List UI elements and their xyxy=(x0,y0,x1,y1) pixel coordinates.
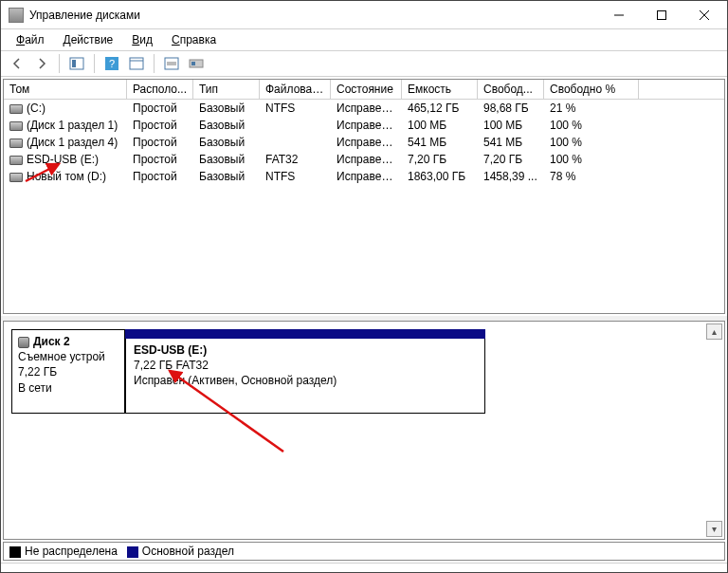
vol-name: ESD-USB (E:) xyxy=(27,153,99,166)
scroll-up[interactable]: ▴ xyxy=(706,323,722,340)
vol-name: (Диск 1 раздел 1) xyxy=(27,119,118,132)
vol-name: Новый том (D:) xyxy=(27,170,106,183)
menu-help[interactable]: Справка xyxy=(164,31,226,48)
col-type[interactable]: Тип xyxy=(193,80,260,99)
legend-unallocated: Не распределена xyxy=(9,545,118,558)
toolbar: ? xyxy=(1,50,727,77)
vol-fs xyxy=(260,124,331,126)
separator xyxy=(59,54,60,73)
toolbar-button[interactable] xyxy=(186,53,207,74)
swatch-black xyxy=(9,546,21,558)
col-volume[interactable]: Том xyxy=(4,80,127,99)
content-area: Том Располо... Тип Файловая с... Состоян… xyxy=(1,77,727,563)
disk-state: В сети xyxy=(18,381,52,395)
show-hide-tree-button[interactable] xyxy=(66,53,87,74)
col-fs[interactable]: Файловая с... xyxy=(260,80,331,99)
svg-rect-0 xyxy=(657,10,665,19)
separator xyxy=(94,54,95,73)
vol-fs: NTFS xyxy=(260,169,331,184)
col-free[interactable]: Свобод... xyxy=(478,80,544,99)
disk-size: 7,22 ГБ xyxy=(18,365,57,379)
toolbar-button[interactable] xyxy=(161,53,182,74)
table-row[interactable]: Новый том (D:)ПростойБазовыйNTFSИсправен… xyxy=(4,168,724,185)
disk-block: Диск 2 Съемное устрой 7,22 ГБ В сети ESD… xyxy=(11,329,717,414)
disk-graphic-pane[interactable]: ▴ ▾ Диск 2 Съемное устрой 7,22 ГБ В сети… xyxy=(3,321,725,540)
partition-info: 7,22 ГБ FAT32 xyxy=(134,359,209,372)
volume-list[interactable]: Том Располо... Тип Файловая с... Состоян… xyxy=(3,79,725,314)
toolbar-button[interactable] xyxy=(126,53,147,74)
vol-layout: Простой xyxy=(127,101,193,116)
forward-button[interactable] xyxy=(31,53,52,74)
list-header: Том Располо... Тип Файловая с... Состоян… xyxy=(4,80,724,100)
separator xyxy=(154,54,155,73)
scroll-down[interactable]: ▾ xyxy=(706,521,722,537)
menu-action[interactable]: Действие xyxy=(56,31,123,48)
volume-icon xyxy=(9,173,23,182)
disk-kind: Съемное устрой xyxy=(18,350,105,363)
back-button[interactable] xyxy=(7,53,27,74)
table-row[interactable]: (Диск 1 раздел 4)ПростойБазовыйИсправен.… xyxy=(4,134,724,151)
swatch-navy xyxy=(127,546,138,558)
vol-pct: 100 % xyxy=(544,152,639,167)
col-layout[interactable]: Располо... xyxy=(127,80,193,99)
vol-layout: Простой xyxy=(127,169,193,184)
disk-management-window: Управление дисками Файл Действие Вид Спр… xyxy=(0,0,728,573)
disk-icon xyxy=(18,337,29,348)
partition-name: ESD-USB (E:) xyxy=(134,343,207,357)
table-row[interactable]: ESD-USB (E:)ПростойБазовыйFAT32Исправен.… xyxy=(4,151,724,168)
partition-box[interactable]: ESD-USB (E:) 7,22 ГБ FAT32 Исправен (Акт… xyxy=(125,339,485,414)
table-row[interactable]: (Диск 1 раздел 1)ПростойБазовыйИсправен.… xyxy=(4,117,724,134)
vol-pct: 100 % xyxy=(544,135,639,150)
disk-info[interactable]: Диск 2 Съемное устрой 7,22 ГБ В сети xyxy=(11,329,125,414)
vol-cap: 100 МБ xyxy=(402,118,478,133)
vol-free: 100 МБ xyxy=(478,118,544,133)
volume-icon xyxy=(9,104,23,114)
volume-icon xyxy=(9,156,23,165)
minimize-button[interactable] xyxy=(597,2,640,28)
col-capacity[interactable]: Емкость xyxy=(402,80,478,99)
table-row[interactable]: (C:)ПростойБазовыйNTFSИсправен...465,12 … xyxy=(4,100,724,117)
menu-view[interactable]: Вид xyxy=(124,31,162,48)
vol-free: 98,68 ГБ xyxy=(478,101,544,116)
vol-pct: 100 % xyxy=(544,118,639,133)
volume-icon xyxy=(9,121,23,131)
vol-status: Исправен... xyxy=(331,169,402,184)
vol-free: 541 МБ xyxy=(478,135,544,150)
maximize-button[interactable] xyxy=(640,2,682,28)
help-button[interactable]: ? xyxy=(101,53,122,74)
vol-fs: NTFS xyxy=(260,101,331,116)
vol-name: (C:) xyxy=(27,102,46,115)
vol-fs xyxy=(260,141,331,143)
vol-cap: 7,20 ГБ xyxy=(402,152,478,167)
vol-cap: 541 МБ xyxy=(402,135,478,150)
partition-color-bar xyxy=(125,329,485,339)
disk-label: Диск 2 xyxy=(33,335,70,348)
vol-layout: Простой xyxy=(127,152,193,167)
vol-type: Базовый xyxy=(193,135,260,150)
svg-rect-2 xyxy=(72,60,76,67)
legend: Не распределена Основной раздел xyxy=(3,542,725,561)
vol-type: Базовый xyxy=(193,101,260,116)
vol-type: Базовый xyxy=(193,152,260,167)
vol-name: (Диск 1 раздел 4) xyxy=(27,136,118,149)
vol-cap: 465,12 ГБ xyxy=(402,101,478,116)
col-pct[interactable]: Свободно % xyxy=(544,80,639,99)
disk-graph: ESD-USB (E:) 7,22 ГБ FAT32 Исправен (Акт… xyxy=(125,329,485,414)
vol-pct: 78 % xyxy=(544,169,639,184)
menubar: Файл Действие Вид Справка xyxy=(1,29,727,50)
vol-fs: FAT32 xyxy=(260,152,331,167)
vol-type: Базовый xyxy=(193,169,260,184)
svg-text:?: ? xyxy=(109,58,115,69)
col-status[interactable]: Состояние xyxy=(331,80,402,99)
vol-status: Исправен... xyxy=(331,135,402,150)
vol-layout: Простой xyxy=(127,135,193,150)
vol-layout: Простой xyxy=(127,118,193,133)
svg-rect-5 xyxy=(130,58,143,69)
vol-status: Исправен... xyxy=(331,118,402,133)
menu-file[interactable]: Файл xyxy=(9,31,54,48)
vol-free: 7,20 ГБ xyxy=(478,152,544,167)
titlebar: Управление дисками xyxy=(1,1,727,29)
close-button[interactable] xyxy=(682,2,725,28)
vol-cap: 1863,00 ГБ xyxy=(402,169,478,184)
app-icon xyxy=(9,8,24,23)
